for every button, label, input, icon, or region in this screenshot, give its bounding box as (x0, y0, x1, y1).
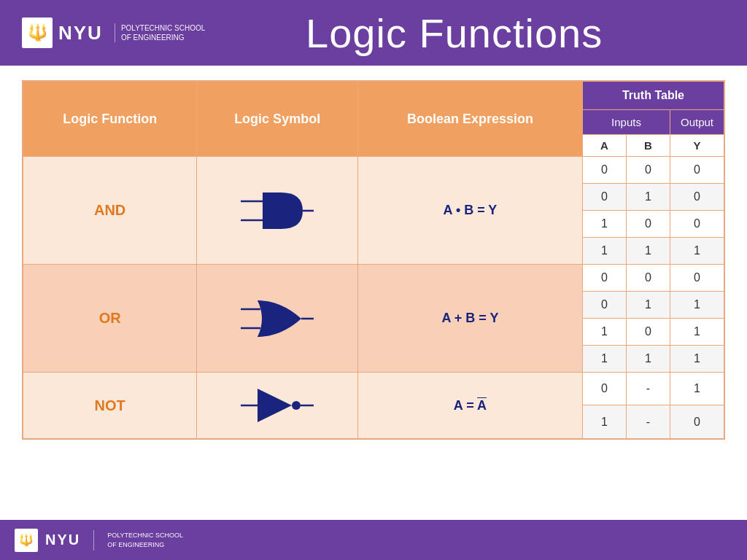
footer-logo-icon: 🔱 (19, 533, 34, 547)
and-row3-a: 1 (582, 238, 626, 265)
inputs-header: Inputs (582, 110, 670, 135)
col-a-header: A (582, 135, 626, 157)
output-header: Output (670, 110, 724, 135)
page-title: Logic Functions (227, 9, 725, 57)
table-row: OR (23, 265, 724, 292)
table-row: NOT (23, 373, 724, 405)
not-row0-a: 0 (582, 373, 626, 405)
and-row3-y: 1 (670, 238, 724, 265)
not-row0-y: 1 (670, 373, 724, 405)
or-boolean-expr: A + B = Y (357, 265, 582, 373)
and-row0-y: 0 (670, 157, 724, 184)
svg-point-8 (292, 401, 301, 410)
truth-table-header: Truth Table (582, 81, 724, 110)
not-gate-symbol (197, 373, 358, 440)
or-gate-symbol (197, 265, 358, 373)
and-row2-b: 0 (626, 211, 670, 238)
footer: 🔱 NYU POLYTECHNIC SCHOOL OF ENGINEERING (0, 520, 747, 560)
or-row1-b: 1 (626, 292, 670, 319)
and-gate-svg-wrapper (204, 185, 350, 236)
header-logo: 🔱 NYU POLYTECHNIC SCHOOL OF ENGINEERING (22, 18, 205, 48)
and-row1-a: 0 (582, 184, 626, 211)
footer-poly-text: POLYTECHNIC SCHOOL OF ENGINEERING (107, 531, 183, 549)
col-header-boolean: Boolean Expression (357, 81, 582, 157)
or-gate-svg-wrapper (204, 293, 350, 344)
col-header-function: Logic Function (23, 81, 197, 157)
and-gate-name: AND (23, 157, 197, 265)
or-row2-a: 1 (582, 319, 626, 346)
and-gate-symbol (197, 157, 358, 265)
not-boolean-expr: A = A (357, 373, 582, 440)
and-row2-y: 0 (670, 211, 724, 238)
not-gate-name: NOT (23, 373, 197, 440)
or-row1-a: 0 (582, 292, 626, 319)
footer-logo-box: 🔱 (15, 529, 38, 552)
table-row: AND (23, 157, 724, 184)
col-b-header: B (626, 135, 670, 157)
not-row1-a: 1 (582, 405, 626, 439)
or-row0-b: 0 (626, 265, 670, 292)
col-y-header: Y (670, 135, 724, 157)
and-row2-a: 1 (582, 211, 626, 238)
svg-marker-7 (258, 389, 292, 422)
not-row1-y: 0 (670, 405, 724, 439)
or-row0-y: 0 (670, 265, 724, 292)
not-gate-svg (237, 380, 317, 431)
and-row0-b: 0 (626, 157, 670, 184)
not-row1-b: - (626, 405, 670, 439)
or-row2-b: 0 (626, 319, 670, 346)
and-gate-svg (237, 185, 317, 236)
footer-nyu-text: NYU (45, 532, 80, 548)
logic-table: Logic Function Logic Symbol Boolean Expr… (22, 80, 725, 440)
and-boolean-expr: A • B = Y (357, 157, 582, 265)
or-gate-name: OR (23, 265, 197, 373)
or-row3-a: 1 (582, 346, 626, 373)
nyu-header-text: NYU (58, 22, 103, 44)
not-row0-b: - (626, 373, 670, 405)
or-row2-y: 1 (670, 319, 724, 346)
or-row0-a: 0 (582, 265, 626, 292)
header: 🔱 NYU POLYTECHNIC SCHOOL OF ENGINEERING … (0, 0, 747, 66)
and-row0-a: 0 (582, 157, 626, 184)
col-header-symbol: Logic Symbol (197, 81, 358, 157)
and-row1-b: 1 (626, 184, 670, 211)
or-gate-svg (237, 293, 317, 344)
nyu-logo-box: 🔱 (22, 18, 53, 48)
footer-divider (93, 530, 94, 551)
or-row1-y: 1 (670, 292, 724, 319)
nyu-logo-icon: 🔱 (28, 23, 47, 42)
and-row3-b: 1 (626, 238, 670, 265)
and-row1-y: 0 (670, 184, 724, 211)
main-content: Logic Function Logic Symbol Boolean Expr… (0, 66, 747, 520)
polytechnic-header-text: POLYTECHNIC SCHOOL OF ENGINEERING (115, 23, 205, 42)
or-row3-y: 1 (670, 346, 724, 373)
not-gate-svg-wrapper (204, 380, 350, 431)
or-row3-b: 1 (626, 346, 670, 373)
